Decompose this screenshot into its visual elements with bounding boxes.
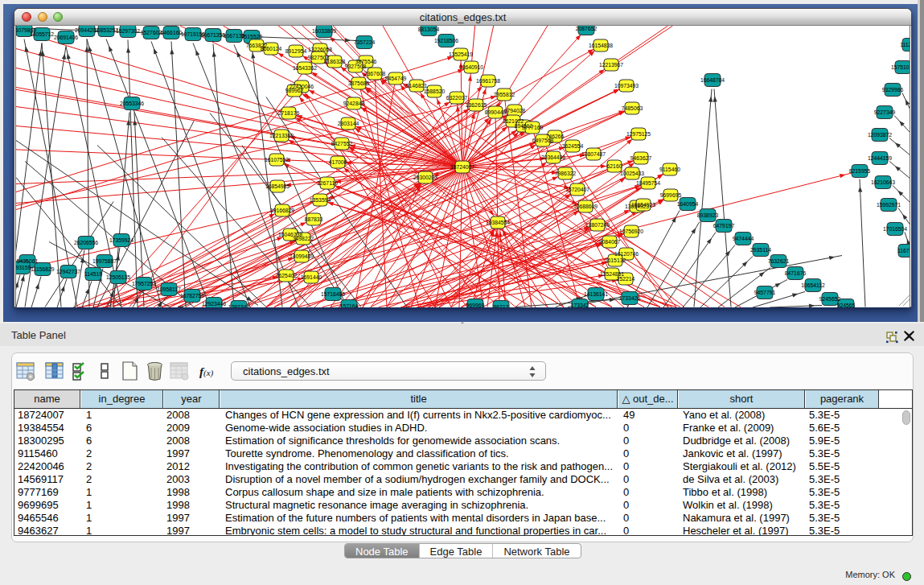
svg-text:15716485: 15716485 — [321, 291, 345, 297]
svg-text:13525419: 13525419 — [449, 51, 473, 57]
svg-text:12923446: 12923446 — [202, 301, 226, 307]
svg-text:8427552: 8427552 — [331, 141, 353, 146]
svg-text:10853257: 10853257 — [94, 27, 118, 33]
svg-text:5435061: 5435061 — [17, 258, 39, 264]
svg-text:18495754: 18495754 — [636, 180, 660, 186]
svg-text:10756920: 10756920 — [619, 229, 643, 234]
svg-text:9463627: 9463627 — [630, 155, 652, 161]
svg-text:62160: 62160 — [607, 163, 622, 169]
svg-text:6322037: 6322037 — [446, 95, 468, 101]
svg-text:252214: 252214 — [617, 276, 635, 282]
svg-text:8471676: 8471676 — [785, 270, 807, 276]
svg-text:1353594: 1353594 — [310, 197, 331, 203]
svg-text:15720407: 15720407 — [565, 187, 589, 192]
svg-text:16154838: 16154838 — [589, 43, 613, 48]
svg-text:15297302: 15297302 — [116, 28, 140, 34]
svg-text:1640954: 1640954 — [677, 201, 699, 207]
svg-text:8660124: 8660124 — [261, 46, 282, 51]
svg-text:3624554: 3624554 — [562, 143, 584, 149]
svg-text:3498222: 3498222 — [293, 236, 314, 241]
svg-text:17957253: 17957253 — [132, 281, 156, 286]
svg-text:19384554: 19384554 — [486, 220, 510, 225]
svg-text:12505135: 12505135 — [106, 274, 130, 280]
svg-text:7632621: 7632621 — [768, 258, 790, 264]
svg-text:989962: 989962 — [285, 88, 304, 93]
svg-text:3875685: 3875685 — [348, 80, 370, 86]
svg-text:3267110: 3267110 — [317, 180, 338, 186]
svg-text:6479197: 6479197 — [713, 223, 735, 229]
svg-text:7357224: 7357224 — [354, 39, 376, 45]
svg-text:157164: 157164 — [340, 303, 359, 307]
svg-text:16648784: 16648784 — [700, 77, 725, 83]
svg-text:16782759: 16782759 — [180, 293, 204, 299]
svg-text:114519: 114519 — [84, 271, 102, 277]
svg-text:11156829: 11156829 — [31, 266, 54, 272]
svg-text:2718176: 2718176 — [278, 110, 300, 116]
svg-text:10025433: 10025433 — [620, 171, 644, 176]
svg-text:887833: 887833 — [305, 216, 323, 222]
svg-text:9146821: 9146821 — [406, 83, 428, 89]
svg-text:1362615: 1362615 — [466, 102, 487, 108]
svg-text:10654112: 10654112 — [801, 282, 825, 288]
svg-text:1691440: 1691440 — [301, 274, 322, 280]
svg-text:9084067: 9084067 — [599, 239, 621, 245]
svg-text:8938923: 8938923 — [697, 212, 719, 218]
svg-text:19218506: 19218506 — [434, 38, 458, 43]
svg-text:(x): (x) — [203, 368, 214, 378]
svg-text:6794028: 6794028 — [504, 108, 526, 113]
svg-text:116753: 116753 — [897, 248, 910, 253]
svg-text:7485063: 7485063 — [622, 105, 643, 111]
svg-text:8990448: 8990448 — [485, 109, 507, 115]
svg-text:16210643: 16210643 — [871, 179, 895, 185]
svg-text:14055712: 14055712 — [30, 31, 54, 37]
svg-text:8813054: 8813054 — [418, 27, 440, 32]
svg-text:10807487: 10807487 — [581, 151, 606, 157]
svg-text:18640910: 18640910 — [459, 64, 483, 70]
svg-text:16961758: 16961758 — [476, 78, 500, 84]
svg-text:12093872: 12093872 — [868, 132, 892, 138]
svg-text:18724007: 18724007 — [450, 164, 474, 170]
svg-text:13226058: 13226058 — [308, 47, 332, 52]
svg-text:19166829: 19166829 — [270, 208, 294, 213]
svg-text:1292344: 1292344 — [228, 304, 250, 307]
svg-text:10973493: 10973493 — [614, 83, 639, 89]
svg-text:15992971: 15992971 — [877, 202, 901, 208]
svg-text:20691406: 20691406 — [54, 35, 78, 40]
svg-text:9327508: 9327508 — [345, 64, 367, 69]
svg-text:924565: 924565 — [837, 303, 856, 307]
svg-text:9474444: 9474444 — [733, 236, 754, 241]
svg-text:7986322: 7986322 — [555, 171, 577, 176]
svg-text:9245652: 9245652 — [819, 296, 841, 302]
svg-text:2935114: 2935114 — [750, 247, 771, 253]
svg-text:393159: 393159 — [16, 265, 31, 270]
svg-text:2087652: 2087652 — [576, 26, 598, 31]
svg-text:17359924: 17359924 — [109, 237, 133, 243]
svg-text:96712: 96712 — [494, 304, 509, 307]
svg-text:14099489: 14099489 — [290, 253, 314, 259]
svg-text:6466160: 6466160 — [161, 30, 183, 35]
svg-text:19975887: 19975887 — [92, 258, 117, 264]
svg-text:969969: 969969 — [466, 303, 485, 307]
svg-text:8186328: 8186328 — [324, 59, 346, 64]
svg-text:16543362: 16543362 — [293, 65, 317, 71]
svg-text:9777169: 9777169 — [522, 125, 544, 130]
svg-text:9242848: 9242848 — [343, 101, 365, 106]
svg-text:16033809: 16033809 — [312, 28, 336, 34]
svg-text:173342: 173342 — [571, 303, 589, 307]
svg-text:20364436: 20364436 — [541, 154, 565, 160]
svg-text:10958117: 10958117 — [157, 286, 181, 292]
svg-text:25300203: 25300203 — [413, 175, 437, 180]
svg-text:12213369: 12213369 — [269, 133, 294, 138]
svg-text:16107552: 16107552 — [265, 157, 289, 163]
svg-text:10671355: 10671355 — [201, 32, 225, 38]
svg-text:6497568: 6497568 — [532, 138, 554, 143]
svg-text:2367608: 2367608 — [364, 71, 386, 76]
svg-text:16854985: 16854985 — [265, 183, 290, 189]
svg-text:14136141: 14136141 — [584, 291, 608, 297]
svg-text:9457791: 9457791 — [754, 290, 776, 295]
svg-text:9227349: 9227349 — [874, 109, 896, 115]
svg-text:18807249: 18807249 — [585, 222, 610, 228]
svg-text:7515526: 7515526 — [241, 34, 263, 39]
svg-text:26206556: 26206556 — [74, 240, 98, 245]
svg-text:1112688: 1112688 — [900, 42, 910, 47]
